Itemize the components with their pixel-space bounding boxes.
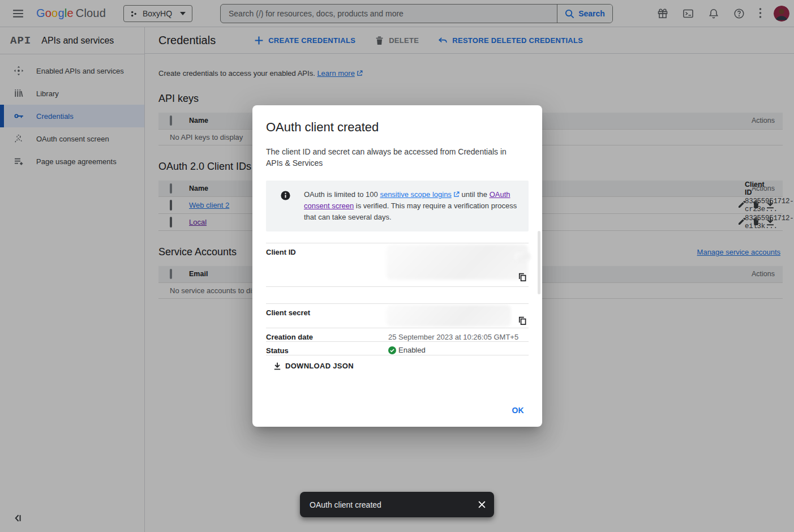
notice-mid: until the <box>460 190 490 199</box>
copy-client-id-icon[interactable] <box>518 273 527 282</box>
sensitive-scope-logins-link[interactable]: sensitive scope logins <box>380 190 451 199</box>
client-id-label: Client ID <box>266 247 388 286</box>
creation-date-value: 25 September 2023 at 10:26:05 GMT+5 <box>388 332 518 341</box>
app-window: GoogleCloud BoxyHQ Search <box>0 0 794 532</box>
notice-pre: OAuth is limited to 100 <box>304 190 380 199</box>
redacted-client-id <box>387 244 528 280</box>
status-label: Status <box>266 345 388 355</box>
client-secret-row: Client secret <box>266 303 529 328</box>
oauth-client-created-dialog: OAuth client created The client ID and s… <box>252 105 542 427</box>
close-icon[interactable] <box>478 500 486 509</box>
creation-date-row: Creation date 25 September 2023 at 10:26… <box>266 328 529 341</box>
download-json-button[interactable]: DOWNLOAD JSON <box>273 362 354 370</box>
client-secret-label: Client secret <box>266 307 388 328</box>
notice-text: OAuth is limited to 100 sensitive scope … <box>304 189 517 223</box>
status-badge: Enabled <box>398 346 426 354</box>
status-row: Status Enabled <box>266 341 529 355</box>
dialog-scrollbar[interactable] <box>538 231 540 294</box>
notice-banner: OAuth is limited to 100 sensitive scope … <box>266 181 529 231</box>
copy-client-secret-icon[interactable] <box>518 316 527 325</box>
creation-date-label: Creation date <box>266 332 388 341</box>
dialog-subtitle: The client ID and secret can always be a… <box>266 146 518 169</box>
dialog-title: OAuth client created <box>266 120 529 135</box>
toast-message: OAuth client created <box>310 500 478 509</box>
dialog-fields: Client ID Client secret Cr <box>266 243 529 355</box>
external-link-icon <box>453 190 460 196</box>
ok-button[interactable]: OK <box>507 402 529 418</box>
download-json-label: DOWNLOAD JSON <box>285 362 354 370</box>
toast-notification: OAuth client created <box>300 492 494 517</box>
client-id-row: Client ID <box>266 243 529 286</box>
download-icon <box>273 362 281 370</box>
redacted-client-secret <box>387 305 511 327</box>
info-icon <box>281 191 290 200</box>
check-circle-icon <box>388 346 396 354</box>
